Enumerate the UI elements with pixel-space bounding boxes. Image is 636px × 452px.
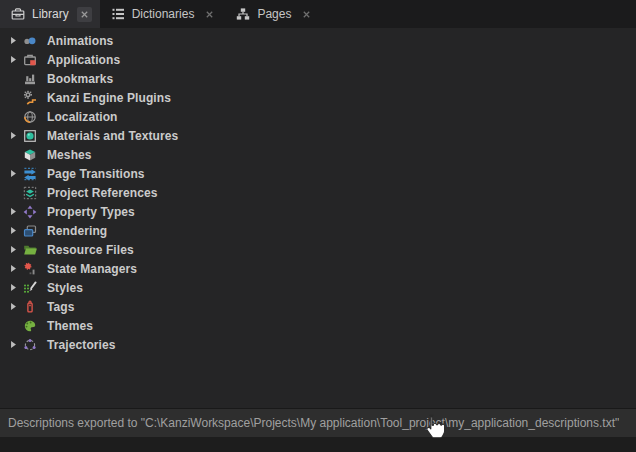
tree-item-project-references[interactable]: Project References	[0, 183, 636, 202]
expand-arrow-icon[interactable]	[6, 262, 20, 276]
tree-item-label: Localization	[47, 110, 118, 124]
kanzi-engine-plugins-icon	[22, 90, 38, 106]
tab-label: Pages	[257, 7, 291, 21]
expand-arrow-icon[interactable]	[6, 338, 20, 352]
tree-item-label: Styles	[47, 281, 83, 295]
expand-arrow-spacer	[6, 91, 20, 105]
resource-files-icon	[22, 242, 38, 258]
tree-item-resource-files[interactable]: Resource Files	[0, 240, 636, 259]
tree-item-label: Resource Files	[47, 243, 134, 257]
state-managers-icon	[22, 261, 38, 277]
page-transitions-icon	[22, 166, 38, 182]
tree-item-property-types[interactable]: Property Types	[0, 202, 636, 221]
tree-item-themes[interactable]: Themes	[0, 316, 636, 335]
tree-item-label: State Managers	[47, 262, 137, 276]
tree-item-trajectories[interactable]: Trajectories	[0, 335, 636, 354]
expand-arrow-icon[interactable]	[6, 243, 20, 257]
tree-item-localization[interactable]: Localization	[0, 107, 636, 126]
close-icon[interactable]	[77, 7, 92, 22]
tree-item-label: Property Types	[47, 205, 135, 219]
list-icon	[110, 6, 126, 22]
expand-arrow-spacer	[6, 72, 20, 86]
tree-item-label: Kanzi Engine Plugins	[47, 91, 171, 105]
bottom-strip	[0, 437, 636, 452]
tab-dictionaries[interactable]: Dictionaries	[100, 0, 226, 28]
property-types-icon	[22, 204, 38, 220]
tab-bar: Library Dictionaries	[0, 0, 636, 28]
tags-icon	[22, 299, 38, 315]
tree-item-label: Themes	[47, 319, 93, 333]
tab-pages[interactable]: Pages	[225, 0, 322, 28]
tree-item-rendering[interactable]: Rendering	[0, 221, 636, 240]
tree-item-materials-and-textures[interactable]: Materials and Textures	[0, 126, 636, 145]
expand-arrow-icon[interactable]	[6, 129, 20, 143]
applications-icon	[22, 52, 38, 68]
tree-item-label: Trajectories	[47, 338, 116, 352]
tree-item-bookmarks[interactable]: Bookmarks	[0, 69, 636, 88]
tree-item-label: Meshes	[47, 148, 92, 162]
tree-item-label: Animations	[47, 34, 113, 48]
tree-item-label: Applications	[47, 53, 120, 67]
tree-item-meshes[interactable]: Meshes	[0, 145, 636, 164]
trajectories-icon	[22, 337, 38, 353]
expand-arrow-icon[interactable]	[6, 34, 20, 48]
tree-item-kanzi-engine-plugins[interactable]: Kanzi Engine Plugins	[0, 88, 636, 107]
tree-item-label: Rendering	[47, 224, 107, 238]
toolbox-icon	[10, 6, 26, 22]
expand-arrow-icon[interactable]	[6, 300, 20, 314]
tab-label: Library	[32, 7, 69, 21]
status-message: Descriptions exported to "C:\KanziWorksp…	[8, 416, 619, 430]
tree-item-label: Bookmarks	[47, 72, 113, 86]
expand-arrow-icon[interactable]	[6, 205, 20, 219]
rendering-icon	[22, 223, 38, 239]
tab-label: Dictionaries	[132, 7, 195, 21]
tree-item-tags[interactable]: Tags	[0, 297, 636, 316]
themes-icon	[22, 318, 38, 334]
close-icon[interactable]	[299, 7, 314, 22]
expand-arrow-spacer	[6, 186, 20, 200]
bookmarks-icon	[22, 71, 38, 87]
tree-item-label: Tags	[47, 300, 75, 314]
materials-textures-icon	[22, 128, 38, 144]
project-references-icon	[22, 185, 38, 201]
tree-item-page-transitions[interactable]: Page Transitions	[0, 164, 636, 183]
tree-item-animations[interactable]: Animations	[0, 31, 636, 50]
tree-item-styles[interactable]: Styles	[0, 278, 636, 297]
tree-item-applications[interactable]: Applications	[0, 50, 636, 69]
styles-icon	[22, 280, 38, 296]
expand-arrow-icon[interactable]	[6, 224, 20, 238]
library-tree: Animations Applications	[0, 28, 636, 408]
animations-icon	[22, 33, 38, 49]
expand-arrow-spacer	[6, 148, 20, 162]
tab-library[interactable]: Library	[0, 0, 100, 28]
expand-arrow-icon[interactable]	[6, 53, 20, 67]
expand-arrow-icon[interactable]	[6, 167, 20, 181]
tree-item-label: Materials and Textures	[47, 129, 178, 143]
library-panel-window: Library Dictionaries	[0, 0, 636, 452]
localization-icon	[22, 109, 38, 125]
close-icon[interactable]	[202, 7, 217, 22]
meshes-icon	[22, 147, 38, 163]
tree-item-label: Project References	[47, 186, 158, 200]
expand-arrow-icon[interactable]	[6, 281, 20, 295]
status-bar: Descriptions exported to "C:\KanziWorksp…	[0, 408, 636, 437]
tree-item-label: Page Transitions	[47, 167, 145, 181]
tree-item-state-managers[interactable]: State Managers	[0, 259, 636, 278]
expand-arrow-spacer	[6, 110, 20, 124]
sitemap-icon	[235, 6, 251, 22]
expand-arrow-spacer	[6, 319, 20, 333]
